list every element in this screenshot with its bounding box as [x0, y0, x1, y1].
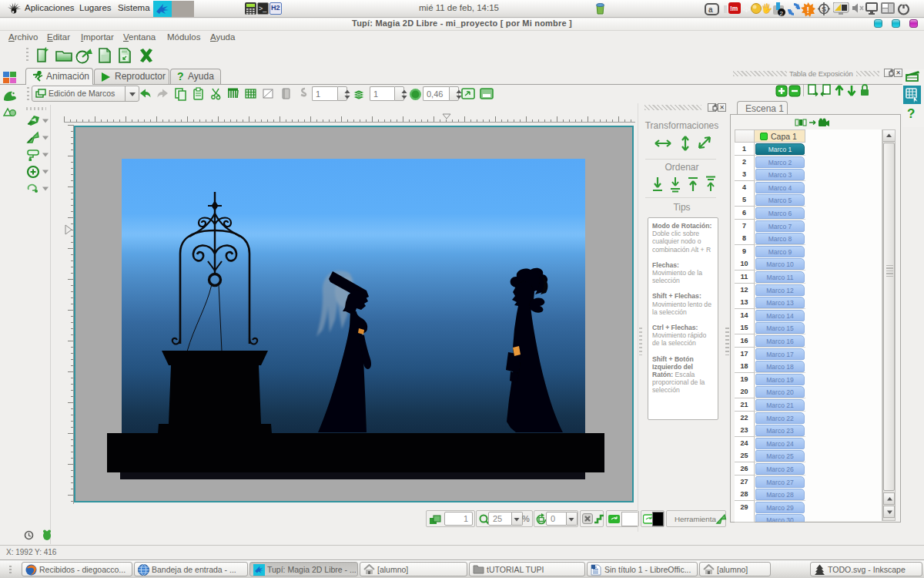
svg-text:S: S	[822, 5, 826, 13]
svg-text:2: 2	[780, 10, 784, 17]
svg-text:!m: !m	[730, 5, 738, 12]
svg-text:❄: ❄	[742, 2, 752, 14]
svg-text:!: !	[807, 5, 810, 15]
svg-text:a: a	[708, 5, 713, 14]
svg-text:🖐: 🖐	[761, 2, 772, 14]
svg-text:>_: >_	[259, 5, 267, 12]
